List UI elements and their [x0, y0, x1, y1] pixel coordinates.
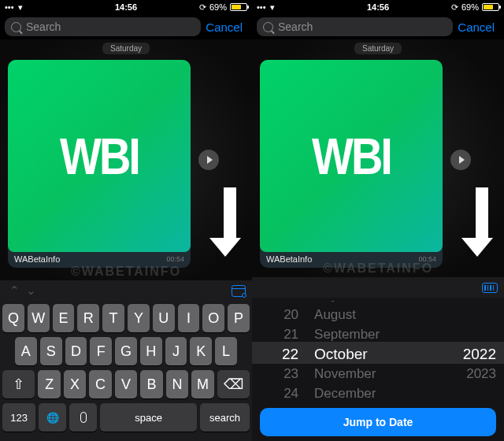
key-j[interactable]: J: [165, 337, 187, 365]
mic-icon: [80, 412, 87, 423]
key-s[interactable]: S: [40, 337, 62, 365]
key-row-3: ⇧ ZXCVBNM ⌫: [2, 370, 250, 398]
key-h[interactable]: H: [140, 337, 162, 365]
key-o[interactable]: O: [202, 304, 224, 332]
mic-key[interactable]: [69, 403, 97, 432]
status-bar: •••▾ 14:56 ⟳ 69%: [252, 0, 504, 14]
picker-item[interactable]: [407, 324, 504, 344]
key-w[interactable]: W: [28, 304, 50, 332]
keyboard-toggle-icon[interactable]: [482, 283, 498, 293]
key-row-2: ASDFGHJKL: [2, 337, 250, 365]
numbers-key[interactable]: 123: [2, 403, 35, 432]
key-f[interactable]: F: [90, 337, 112, 365]
key-x[interactable]: X: [64, 370, 86, 398]
annotation-arrow-icon: [471, 187, 493, 257]
picker-item[interactable]: 22: [252, 344, 306, 364]
picker-day-column[interactable]: 19202122232425: [252, 301, 306, 403]
message-bubble[interactable]: WBI WABetaInfo 00:54: [260, 60, 443, 268]
return-key[interactable]: search: [200, 403, 250, 432]
key-r[interactable]: R: [77, 304, 99, 332]
screen-right-datepicker: •••▾ 14:56 ⟳ 69% Cancel Saturday WBI WAB…: [252, 0, 504, 441]
watermark: ©WABETAINFO: [252, 261, 504, 276]
status-bar: ••• ▾ 14:56 ⟳ 69%: [0, 0, 252, 14]
key-z[interactable]: Z: [38, 370, 60, 398]
chat-area-left: Saturday WBI WABetaInfo 00:54 ©WABETAINF…: [0, 39, 252, 280]
picker-item[interactable]: 2023: [407, 364, 504, 384]
chat-area-right: Saturday WBI WABetaInfo 00:54 ©WABETAINF…: [252, 39, 504, 277]
picker-item[interactable]: November: [306, 364, 407, 384]
key-v[interactable]: V: [115, 370, 137, 398]
picker-item[interactable]: August: [306, 305, 407, 324]
message-caption: WABetaInfo: [14, 254, 60, 264]
search-toolbar: ⌃ ⌄: [0, 280, 252, 301]
picker-month-column[interactable]: JulyAugustSeptemberOctoberNovemberDecemb…: [306, 301, 407, 403]
wifi-icon: ▾: [18, 2, 23, 13]
key-b[interactable]: B: [140, 370, 162, 398]
message-bubble[interactable]: WBI WABetaInfo 00:54: [8, 60, 191, 268]
message-time: 00:54: [166, 255, 184, 263]
key-l[interactable]: L: [215, 337, 237, 365]
search-field-wrap[interactable]: [257, 17, 453, 36]
key-d[interactable]: D: [65, 337, 87, 365]
picker-item[interactable]: 2022: [407, 344, 504, 364]
key-p[interactable]: P: [228, 304, 250, 332]
search-toolbar: [252, 277, 504, 298]
key-t[interactable]: T: [102, 304, 124, 332]
cancel-button[interactable]: Cancel: [201, 20, 247, 34]
forward-icon: [207, 156, 213, 164]
cancel-button[interactable]: Cancel: [453, 20, 499, 34]
search-field-wrap[interactable]: [5, 17, 201, 36]
picker-item[interactable]: [407, 384, 504, 403]
search-icon: [263, 22, 273, 32]
key-c[interactable]: C: [89, 370, 111, 398]
screen-left-keyboard: ••• ▾ 14:56 ⟳ 69% Cancel Saturday WBI: [0, 0, 252, 441]
space-key[interactable]: space: [100, 403, 197, 432]
picker-item[interactable]: [407, 305, 504, 324]
ios-keyboard[interactable]: QWERTYUIOP ASDFGHJKL ⇧ ZXCVBNM ⌫ 123 🌐 s…: [0, 301, 252, 441]
picker-item[interactable]: September: [306, 324, 407, 344]
picker-item[interactable]: 24: [252, 384, 306, 403]
date-header: Saturday: [102, 43, 150, 54]
key-q[interactable]: Q: [2, 304, 24, 332]
search-bar: Cancel: [0, 14, 252, 39]
picker-item[interactable]: October: [306, 344, 407, 364]
key-n[interactable]: N: [166, 370, 188, 398]
calendar-search-icon[interactable]: [232, 285, 246, 297]
date-picker[interactable]: 19202122232425 JulyAugustSeptemberOctobe…: [252, 298, 504, 441]
search-bar: Cancel: [252, 14, 504, 39]
key-row-1: QWERTYUIOP: [2, 304, 250, 332]
key-m[interactable]: M: [191, 370, 213, 398]
next-result-button[interactable]: ⌄: [23, 284, 39, 298]
battery-icon: [230, 3, 247, 11]
jump-to-date-button[interactable]: Jump to Date: [260, 408, 496, 436]
key-e[interactable]: E: [53, 304, 75, 332]
forward-icon: [459, 156, 465, 164]
forward-button[interactable]: [450, 150, 471, 170]
search-input[interactable]: [26, 20, 195, 33]
key-a[interactable]: A: [15, 337, 37, 365]
picker-item[interactable]: December: [306, 384, 407, 403]
status-time: 14:56: [115, 2, 137, 12]
key-u[interactable]: U: [153, 304, 175, 332]
search-icon: [11, 22, 21, 32]
key-y[interactable]: Y: [128, 304, 150, 332]
rotation-lock-icon: ⟳: [199, 2, 206, 13]
key-i[interactable]: I: [178, 304, 200, 332]
globe-key[interactable]: 🌐: [39, 403, 66, 432]
key-g[interactable]: G: [115, 337, 137, 365]
picker-item[interactable]: 20: [252, 305, 306, 324]
picker-item[interactable]: 21: [252, 324, 306, 344]
shift-key[interactable]: ⇧: [2, 370, 35, 398]
date-header: Saturday: [354, 43, 402, 54]
battery-percent: 69%: [209, 2, 227, 12]
annotation-arrow-icon: [219, 187, 241, 257]
picker-year-column[interactable]: 20222023: [407, 301, 504, 403]
search-input[interactable]: [278, 20, 447, 33]
picker-item[interactable]: 23: [252, 364, 306, 384]
prev-result-button[interactable]: ⌃: [6, 284, 23, 298]
key-k[interactable]: K: [190, 337, 212, 365]
message-image[interactable]: WBI: [8, 60, 191, 252]
watermark: ©WABETAINFO: [0, 265, 252, 279]
backspace-key[interactable]: ⌫: [217, 370, 250, 398]
forward-button[interactable]: [198, 150, 219, 170]
